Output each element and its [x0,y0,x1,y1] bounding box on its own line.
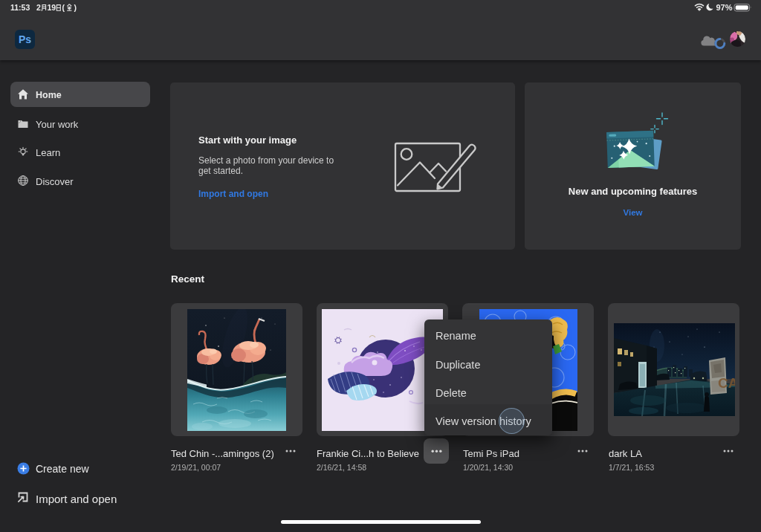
svg-text:(: ( [62,3,65,12]
svg-text:): ) [74,3,77,12]
svg-text:19: 19 [48,3,56,12]
svg-text:2: 2 [36,3,41,12]
svg-text:97%: 97% [716,3,733,12]
svg-text:CA: CA [718,375,735,391]
